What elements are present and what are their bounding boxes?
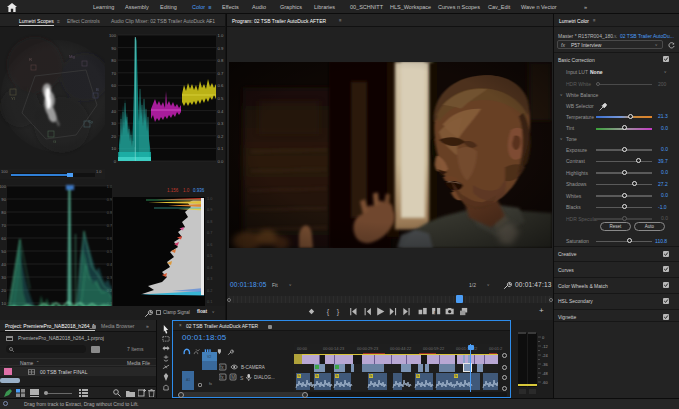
svg-text:1.0: 1.0 [218, 33, 224, 38]
svg-text:30: 30 [1, 275, 6, 280]
svg-text:80: 80 [1, 210, 6, 215]
svg-text:R: R [29, 57, 32, 62]
svg-text:20: 20 [111, 134, 116, 139]
svg-text:0.3: 0.3 [207, 277, 212, 281]
svg-text:0.1: 0.1 [218, 146, 224, 151]
svg-text:-60: -60 [542, 380, 549, 385]
svg-text:0.5: 0.5 [218, 96, 224, 101]
svg-text:M: M [231, 375, 235, 380]
svg-text:0.4: 0.4 [207, 266, 212, 270]
svg-text:Mg: Mg [69, 54, 75, 59]
svg-text:60: 60 [111, 83, 116, 88]
svg-text:0.936: 0.936 [193, 188, 205, 193]
svg-text:-24: -24 [542, 353, 549, 358]
svg-text:0.9: 0.9 [218, 46, 224, 51]
svg-text:fx: fx [316, 374, 319, 378]
svg-text:G: G [53, 139, 56, 144]
svg-text:fx: fx [370, 374, 373, 378]
svg-text:{: { [327, 307, 330, 316]
svg-text:0.8: 0.8 [218, 58, 224, 63]
svg-text:fx: fx [417, 374, 420, 378]
svg-text:fx: fx [336, 374, 339, 378]
svg-text:80: 80 [111, 58, 116, 63]
svg-text:0.6: 0.6 [218, 83, 224, 88]
svg-text:30: 30 [111, 121, 116, 126]
svg-text:Cy: Cy [88, 119, 94, 124]
svg-text:50: 50 [1, 249, 6, 254]
svg-text:fx: fx [220, 365, 224, 370]
svg-text:-36: -36 [542, 362, 549, 367]
svg-text:70: 70 [1, 223, 6, 228]
svg-text:0.2: 0.2 [218, 134, 224, 139]
svg-text:90: 90 [111, 46, 116, 51]
svg-text:0: 0 [542, 335, 545, 340]
svg-text:10: 10 [111, 146, 116, 151]
svg-text:S: S [240, 375, 244, 381]
svg-text:0.0: 0.0 [218, 159, 224, 164]
svg-text:-12: -12 [542, 344, 549, 349]
svg-text:0: 0 [114, 159, 117, 164]
svg-text:fx: fx [298, 374, 301, 378]
svg-text:fx: fx [455, 374, 458, 378]
svg-text:0.3: 0.3 [218, 121, 224, 126]
svg-text:}: } [337, 307, 340, 316]
svg-text:1.0: 1.0 [207, 197, 212, 201]
svg-text:0.5: 0.5 [207, 254, 212, 258]
svg-text:fx: fx [220, 375, 224, 380]
svg-text:90: 90 [1, 197, 6, 202]
svg-text:40: 40 [111, 109, 116, 114]
svg-text:0.2: 0.2 [207, 289, 212, 293]
svg-text:70: 70 [111, 71, 116, 76]
svg-text:a: a [434, 309, 437, 315]
svg-text:0.7: 0.7 [218, 71, 224, 76]
svg-text:0.9: 0.9 [207, 208, 212, 212]
svg-text:0.8: 0.8 [207, 220, 212, 224]
svg-text:0.1: 0.1 [207, 300, 212, 304]
svg-text:B: B [96, 87, 99, 92]
svg-text:0.7: 0.7 [207, 231, 212, 235]
svg-text:40: 40 [1, 262, 6, 267]
svg-text:0.6: 0.6 [207, 243, 212, 247]
svg-text:0.4: 0.4 [218, 109, 224, 114]
svg-text:100: 100 [109, 33, 117, 38]
svg-text:20: 20 [1, 288, 6, 293]
svg-text:60: 60 [1, 236, 6, 241]
svg-text:100: 100 [0, 184, 7, 189]
svg-text:1.156: 1.156 [167, 188, 179, 193]
svg-text:Yl: Yl [11, 96, 15, 101]
svg-text:1.0: 1.0 [183, 188, 190, 193]
svg-text:50: 50 [111, 96, 116, 101]
svg-text:-48: -48 [542, 371, 549, 376]
